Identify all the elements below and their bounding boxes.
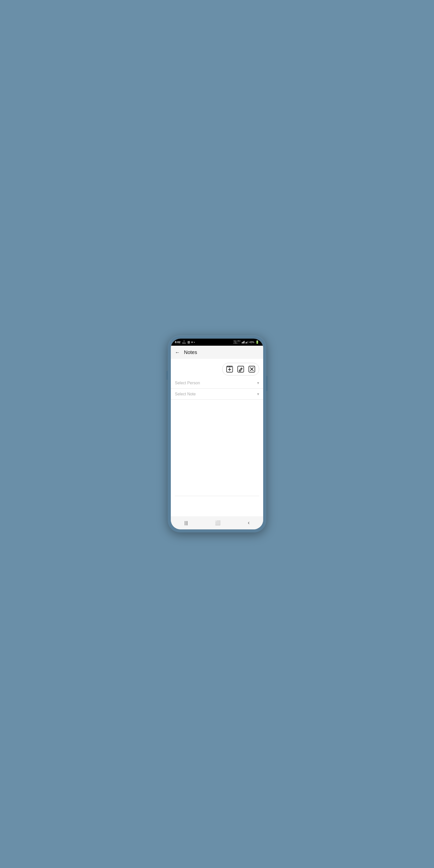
status-right: Vo) LTE+ LTE1 ↑↑ 43% 🔋 xyxy=(234,340,259,344)
bar4 xyxy=(244,341,245,343)
bar5 xyxy=(246,342,246,343)
bar1 xyxy=(242,342,242,343)
volte-text: Vo) LTE+ LTE1 ↑↑ xyxy=(234,340,241,344)
add-note-button[interactable] xyxy=(224,364,235,374)
svg-rect-2 xyxy=(229,366,230,367)
add-note-icon xyxy=(226,366,233,372)
phone-inner: 8:02 0 KB/s 🖼 ✉ • Vo) LTE+ LTE1 ↑↑ xyxy=(171,339,263,529)
bar8 xyxy=(248,341,248,343)
bar6 xyxy=(246,342,247,343)
recent-apps-button[interactable]: ||| xyxy=(179,518,193,528)
main-content: Select Person ▾ Select Note ▾ xyxy=(171,359,263,516)
select-person-label: Select Person xyxy=(175,381,200,385)
signal-bars-1 xyxy=(242,341,245,343)
select-person-dropdown[interactable]: Select Person ▾ xyxy=(171,377,263,389)
select-note-dropdown[interactable]: Select Note ▾ xyxy=(171,389,263,400)
recent-apps-icon: ||| xyxy=(184,520,188,526)
toolbar-row xyxy=(171,359,263,377)
select-person-chevron: ▾ xyxy=(257,380,259,385)
battery-text: 43% xyxy=(249,341,254,344)
email-icon: ✉ xyxy=(191,341,193,344)
status-left: 8:02 0 KB/s 🖼 ✉ • xyxy=(175,340,195,344)
toolbar-buttons xyxy=(222,363,259,375)
delete-note-icon xyxy=(249,366,255,372)
volte-indicator: Vo) LTE+ LTE1 ↑↑ xyxy=(234,340,241,344)
bottom-divider xyxy=(175,496,259,496)
back-button[interactable]: ← xyxy=(175,350,180,355)
home-button[interactable]: ⬜ xyxy=(210,518,225,528)
signal-bars-2 xyxy=(246,341,248,343)
home-icon: ⬜ xyxy=(215,520,220,526)
nav-bar: ||| ⬜ ‹ xyxy=(171,516,263,529)
status-time: 8:02 xyxy=(175,341,180,344)
battery-icon: 🔋 xyxy=(255,340,259,344)
image-icon: 🖼 xyxy=(187,341,190,344)
app-title: Notes xyxy=(184,349,197,355)
back-nav-button[interactable]: ‹ xyxy=(243,518,255,528)
svg-rect-1 xyxy=(227,366,228,367)
status-kb: 0 KB/s xyxy=(182,340,186,344)
phone-frame: 8:02 0 KB/s 🖼 ✉ • Vo) LTE+ LTE1 ↑↑ xyxy=(168,336,266,532)
edit-note-icon xyxy=(238,366,244,372)
back-nav-icon: ‹ xyxy=(248,520,250,526)
select-note-chevron: ▾ xyxy=(257,392,259,396)
dot-indicator: • xyxy=(194,341,195,344)
bar2 xyxy=(243,342,243,343)
select-note-label: Select Note xyxy=(175,392,196,396)
bar3 xyxy=(243,341,244,343)
status-bar: 8:02 0 KB/s 🖼 ✉ • Vo) LTE+ LTE1 ↑↑ xyxy=(171,339,263,346)
edit-note-button[interactable] xyxy=(236,364,246,374)
empty-content-area xyxy=(171,400,263,516)
svg-rect-3 xyxy=(230,366,231,367)
delete-note-button[interactable] xyxy=(247,364,257,374)
svg-line-10 xyxy=(239,371,240,371)
bar7 xyxy=(247,341,248,343)
app-bar: ← Notes xyxy=(171,346,263,359)
